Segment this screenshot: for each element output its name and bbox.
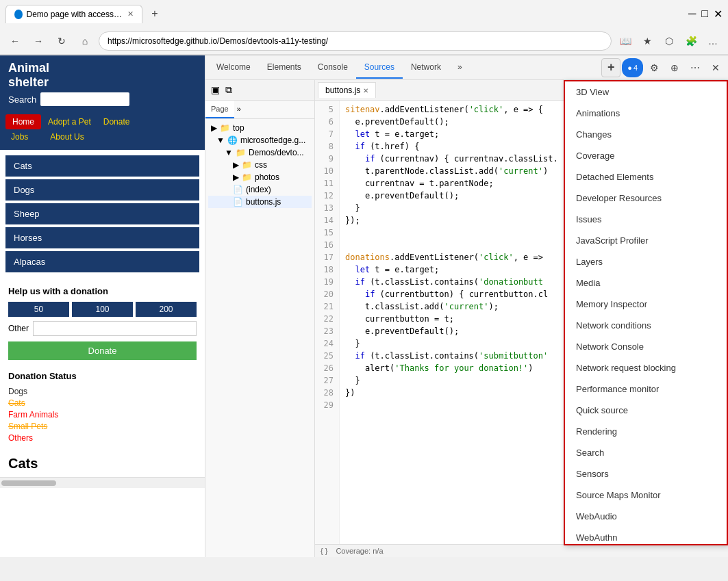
dropdown-item-detached-elements[interactable]: Detached Elements <box>565 166 727 188</box>
dt-close-button[interactable]: ✕ <box>706 58 725 77</box>
dropdown-item-developer-resources[interactable]: Developer Resources <box>565 188 727 209</box>
scrollbar-thumb[interactable] <box>1 480 56 486</box>
search-input[interactable] <box>40 92 129 106</box>
list-item-cats[interactable]: Cats <box>5 155 199 177</box>
extensions-button[interactable]: 🧩 <box>681 31 701 51</box>
dropdown-item-network-console[interactable]: Network Console <box>565 336 727 357</box>
folder-icon3: 📁 <box>242 160 252 170</box>
favorites-button[interactable]: ★ <box>638 31 657 51</box>
nav-home-button[interactable]: Home <box>5 114 41 129</box>
sidebar-controls: ▣ ⧉ <box>205 80 314 101</box>
dropdown-item-issues[interactable]: Issues <box>565 209 727 230</box>
folder-icon: 📁 <box>220 123 230 133</box>
address-input[interactable] <box>99 31 612 51</box>
file-tree: ▶ 📁 top ▼ 🌐 microsoftedge.g... ▼ 📁 Demos… <box>205 119 314 211</box>
tree-item-buttons-js[interactable]: 📄 buttons.js <box>208 196 312 208</box>
browser-actions: 📖 ★ ⬡ 🧩 … <box>616 31 723 51</box>
list-item-sheep[interactable]: Sheep <box>5 203 199 224</box>
nav-about-link[interactable]: About Us <box>45 132 89 146</box>
dt-customize-button[interactable]: ⊕ <box>665 58 684 77</box>
dropdown-item-network-request-blocking[interactable]: Network request blocking <box>565 357 727 378</box>
tab-elements[interactable]: Elements <box>259 57 310 79</box>
status-braces[interactable]: { } <box>321 547 327 555</box>
toggle-sidebar-button[interactable]: ▣ <box>208 83 223 97</box>
cats-section: Cats <box>0 450 205 477</box>
dropdown-item-performance-monitor[interactable]: Performance monitor <box>565 378 727 400</box>
dropdown-item-javascript-profiler[interactable]: JavaScript Profiler <box>565 230 727 251</box>
src-tab-page[interactable]: Page <box>205 101 234 118</box>
donate-button[interactable]: Donate <box>8 341 197 360</box>
editor-tab-buttons-js[interactable]: buttons.js ✕ <box>318 82 376 98</box>
dropdown-item-3d-view[interactable]: 3D View <box>565 81 727 103</box>
tree-label-photos: photos <box>255 172 279 182</box>
tree-item-css[interactable]: ▶ 📁 css <box>208 159 312 171</box>
donate-100-button[interactable]: 100 <box>72 302 133 317</box>
tab-network[interactable]: Network <box>403 57 449 79</box>
dt-more-button[interactable]: ⋯ <box>686 58 705 77</box>
status-coverage: Coverage: n/a <box>336 547 383 555</box>
dt-settings-button[interactable]: ⚙ <box>644 58 664 77</box>
browser-tab-active[interactable]: Demo page with accessibility iss ✕ <box>5 5 142 23</box>
nav-adopt-link[interactable]: Adopt a Pet <box>42 114 97 129</box>
dropdown-item-source-maps-monitor[interactable]: Source Maps Monitor <box>565 485 727 506</box>
back-button[interactable]: ← <box>5 31 25 51</box>
tree-item-microsoftedge[interactable]: ▼ 🌐 microsoftedge.g... <box>208 134 312 146</box>
dropdown-item-coverage[interactable]: Coverage <box>565 145 727 166</box>
dropdown-item-animations[interactable]: Animations <box>565 103 727 124</box>
dt-add-button[interactable]: + <box>601 58 620 77</box>
dropdown-item-media[interactable]: Media <box>565 272 727 294</box>
tab-more[interactable]: » <box>449 57 470 79</box>
close-window-button[interactable]: ✕ <box>714 8 723 21</box>
dropdown-item-network-conditions[interactable]: Network conditions <box>565 315 727 336</box>
dt-actions: + ●4 ⚙ ⊕ ⋯ ✕ <box>601 58 725 77</box>
donate-200-button[interactable]: 200 <box>136 302 197 317</box>
dropdown-item-webaudio[interactable]: WebAudio <box>565 506 727 527</box>
maximize-button[interactable]: □ <box>701 8 708 21</box>
donate-50-button[interactable]: 50 <box>8 302 69 317</box>
dt-badge-button[interactable]: ●4 <box>622 58 643 77</box>
tree-item-demos[interactable]: ▼ 📁 Demos/devto... <box>208 146 312 159</box>
tree-item-index[interactable]: 📄 (index) <box>208 183 312 196</box>
refresh-button[interactable]: ↻ <box>52 31 71 51</box>
tab-close-icon[interactable]: ✕ <box>127 10 134 18</box>
list-item-alpacas[interactable]: Alpacas <box>5 251 199 272</box>
donation-section: Help us with a donation 50 100 200 Other… <box>0 281 205 365</box>
other-amount-input[interactable] <box>33 321 197 336</box>
nav-jobs-link[interactable]: Jobs <box>5 132 34 146</box>
nav-donate-link[interactable]: Donate <box>98 114 136 129</box>
browser-menu-button[interactable]: … <box>703 31 723 51</box>
dropdown-item-memory-inspector[interactable]: Memory Inspector <box>565 294 727 315</box>
new-tab-button[interactable]: + <box>145 4 164 23</box>
donation-status-section: Donation Status Dogs Cats Farm Animals S… <box>0 365 205 450</box>
split-button[interactable]: ⧉ <box>223 83 235 97</box>
dropdown-item-search[interactable]: Search <box>565 442 727 463</box>
folder-arrow-icon: ▶ <box>211 123 217 133</box>
status-dogs: Dogs <box>8 387 197 396</box>
tree-item-photos[interactable]: ▶ 📁 photos <box>208 171 312 183</box>
tab-console[interactable]: Console <box>310 57 356 79</box>
collections-button[interactable]: ⬡ <box>660 31 679 51</box>
forward-button[interactable]: → <box>29 31 48 51</box>
dropdown-item-quick-source[interactable]: Quick source <box>565 400 727 421</box>
dropdown-item-sensors[interactable]: Sensors <box>565 463 727 485</box>
home-button[interactable]: ⌂ <box>75 31 95 51</box>
file-icon-js: 📄 <box>233 197 243 207</box>
dropdown-item-rendering[interactable]: Rendering <box>565 421 727 442</box>
sources-sidebar: ▣ ⧉ Page » ▶ 📁 top ▼ 🌐 mi <box>205 80 315 557</box>
dropdown-item-changes[interactable]: Changes <box>565 124 727 145</box>
minimize-button[interactable]: ─ <box>688 8 696 21</box>
donation-status-title: Donation Status <box>8 371 197 381</box>
horizontal-scrollbar[interactable] <box>0 477 205 488</box>
list-item-horses[interactable]: Horses <box>5 227 199 248</box>
editor-tab-close-icon[interactable]: ✕ <box>363 87 368 94</box>
list-item-dogs[interactable]: Dogs <box>5 179 199 201</box>
src-tab-more[interactable]: » <box>234 101 244 118</box>
dropdown-item-layers[interactable]: Layers <box>565 251 727 272</box>
donation-amounts: 50 100 200 <box>8 302 197 317</box>
dropdown-item-webauthn[interactable]: WebAuthn <box>565 527 727 545</box>
tree-item-top[interactable]: ▶ 📁 top <box>208 122 312 134</box>
status-cats: Cats <box>8 398 197 408</box>
tab-welcome[interactable]: Welcome <box>208 57 259 79</box>
read-aloud-button[interactable]: 📖 <box>616 31 635 51</box>
tab-sources[interactable]: Sources <box>356 57 403 79</box>
